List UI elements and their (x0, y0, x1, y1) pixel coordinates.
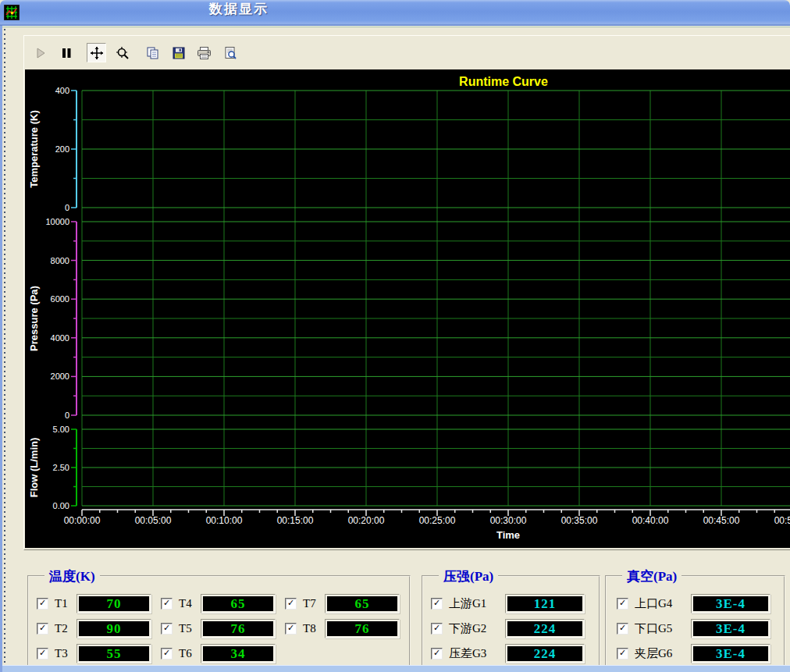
checkbox-T4[interactable]: ✓ (161, 598, 173, 610)
group-panel-1: 压强(Pa)✓上游G1121✓下游G2224✓压差G3224 (422, 575, 600, 669)
check-icon: ✓ (433, 599, 440, 607)
checkbox-T2[interactable]: ✓ (37, 623, 48, 635)
label-T5: T5 (179, 622, 198, 635)
y-axis-title-2: Flow (L/min) (28, 438, 40, 498)
group-title-0: 温度(K) (44, 567, 100, 585)
checkbox-G6[interactable]: ✓ (617, 648, 628, 660)
value-T6: 34 (231, 647, 246, 660)
print-preview-button[interactable] (220, 43, 240, 62)
checkbox-T7[interactable]: ✓ (285, 598, 297, 610)
save-icon (172, 46, 186, 60)
y-tick-label: 4000 (51, 333, 69, 343)
measurement-row-G3: ✓压差G3224 (431, 641, 599, 666)
display-T5: 76 (203, 621, 273, 636)
check-icon: ✓ (433, 624, 440, 632)
checkbox-T8[interactable]: ✓ (285, 623, 297, 635)
checkbox-G3[interactable]: ✓ (431, 648, 443, 660)
chart-title: Runtime Curve (459, 75, 548, 88)
checkbox-T5[interactable]: ✓ (161, 623, 173, 635)
zoom-button[interactable] (112, 43, 132, 62)
y-tick-label: 8000 (51, 256, 69, 265)
value-T8: 76 (355, 622, 370, 635)
display-frame-T5: 76 (201, 619, 276, 638)
measurement-row-G6: ✓夹层G63E-4 (617, 641, 784, 666)
pause-button[interactable] (56, 43, 76, 62)
checkbox-G4[interactable]: ✓ (617, 598, 628, 610)
y-axis-title-1: Pressure (Pa) (28, 286, 40, 351)
x-tick-label: 00:35:00 (561, 515, 598, 526)
display-T1: 70 (79, 596, 149, 611)
group-title-1: 压强(Pa) (439, 567, 498, 585)
value-G1: 121 (534, 597, 557, 610)
measurement-row-G5: ✓下口G53E-4 (617, 616, 784, 641)
check-icon: ✓ (619, 624, 626, 632)
y-tick-label: 2.50 (53, 463, 69, 472)
x-tick-label: 00:20:00 (348, 515, 385, 526)
checkbox-G5[interactable]: ✓ (617, 623, 628, 635)
group-panel-2: 真空(Pa)✓上口G43E-4✓下口G53E-4✓夹层G63E-4 (605, 575, 785, 669)
display-G6: 3E-4 (693, 646, 768, 661)
run-button[interactable] (30, 43, 50, 62)
display-T6: 34 (203, 646, 273, 661)
display-frame-G4: 3E-4 (691, 594, 770, 613)
value-G3: 224 (534, 647, 557, 660)
x-tick-label: 00:05:00 (135, 515, 172, 526)
checkbox-T3[interactable]: ✓ (37, 648, 48, 660)
check-icon: ✓ (619, 599, 626, 607)
measurement-row-T4: ✓T465 (161, 591, 285, 616)
measurement-row-T7: ✓T765 (285, 591, 409, 616)
print-button[interactable] (194, 43, 214, 62)
value-T1: 70 (107, 597, 122, 610)
play-icon (34, 47, 47, 59)
client-area: 0200400Temperature (K)020004000600080001… (0, 26, 790, 672)
measurement-row-G4: ✓上口G43E-4 (617, 591, 784, 616)
display-frame-T6: 34 (201, 644, 276, 663)
pause-icon (60, 47, 73, 59)
check-icon: ✓ (163, 599, 170, 607)
measurement-row-T5: ✓T576 (161, 616, 285, 641)
measurement-row-T2: ✓T290 (37, 616, 161, 641)
x-axis-title: Time (496, 529, 520, 541)
x-tick-label: 00:10:00 (206, 515, 243, 526)
display-G3: 224 (507, 646, 582, 661)
group-panel-0: 温度(K)✓T170✓T290✓T355✓T465✓T576✓T634✓T765… (27, 575, 411, 669)
chart-toolbar (24, 36, 790, 69)
x-tick-label: 00:40:00 (632, 515, 669, 526)
measurement-row-G2: ✓下游G2224 (431, 616, 599, 641)
crosshair-icon (90, 46, 104, 60)
check-icon: ✓ (287, 624, 294, 632)
label-T7: T7 (303, 597, 322, 610)
label-G3: 压差G3 (449, 646, 502, 661)
pan-button[interactable] (87, 43, 106, 62)
checkbox-T6[interactable]: ✓ (161, 648, 173, 660)
value-T4: 65 (231, 597, 246, 610)
y-tick-label: 5.00 (53, 425, 69, 434)
chart-area[interactable]: 0200400Temperature (K)020004000600080001… (25, 69, 790, 548)
measurement-row-G1: ✓上游G1121 (431, 591, 599, 616)
save-button[interactable] (169, 43, 188, 62)
label-T6: T6 (179, 647, 198, 660)
check-icon: ✓ (39, 624, 46, 632)
form-left-edge (4, 29, 5, 664)
display-frame-G6: 3E-4 (691, 644, 770, 663)
value-T7: 65 (355, 597, 370, 610)
y-tick-label: 200 (55, 144, 69, 154)
checkbox-T1[interactable]: ✓ (37, 598, 48, 610)
titlebar[interactable]: 数据显示 (0, 0, 790, 26)
checkbox-G1[interactable]: ✓ (431, 598, 443, 610)
copy-button[interactable] (143, 43, 162, 62)
group-title-2: 真空(Pa) (622, 567, 681, 585)
value-T3: 55 (107, 647, 122, 660)
display-T3: 55 (79, 646, 149, 661)
check-icon: ✓ (433, 649, 440, 657)
checkbox-G2[interactable]: ✓ (431, 623, 443, 635)
display-frame-G5: 3E-4 (691, 619, 770, 638)
display-G5: 3E-4 (693, 621, 768, 636)
x-tick-label: 00:30:00 (490, 515, 527, 526)
chart-grid-icon (4, 5, 20, 20)
x-tick-label: 00:00:00 (64, 515, 101, 526)
runtime-chart: 0200400Temperature (K)020004000600080001… (25, 69, 790, 548)
display-T8: 76 (327, 621, 397, 636)
y-axis-title-0: Temperature (K) (28, 110, 40, 187)
window-title: 数据显示 (209, 0, 269, 26)
